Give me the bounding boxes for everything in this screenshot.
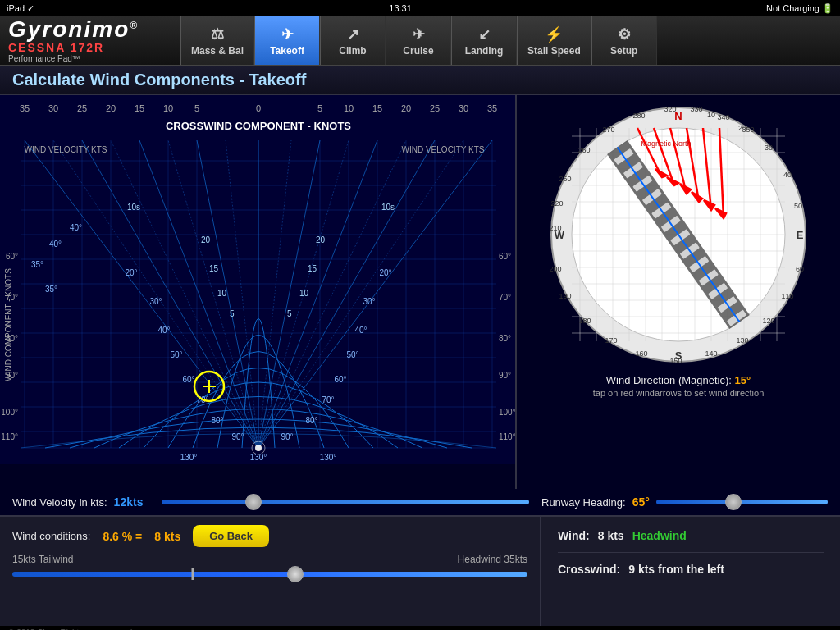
svg-text:80°: 80° (499, 334, 511, 343)
tab-landing[interactable]: ↙ Landing (451, 16, 517, 65)
tab-cruise[interactable]: ✈ Cruise (386, 16, 451, 65)
svg-text:160: 160 (635, 349, 647, 358)
velocity-label: Wind Velocity in kts: (12, 496, 107, 509)
bottom-panels: Wind conditions: 8.6 % = 8 kts Go Back 1… (0, 515, 840, 626)
climb-icon: ↗ (347, 25, 359, 43)
svg-text:80°: 80° (211, 416, 223, 425)
main-content: 35 30 25 20 15 10 5 0 5 10 15 20 25 30 3… (0, 95, 840, 489)
svg-text:50°: 50° (170, 350, 182, 359)
svg-text:80°: 80° (305, 416, 317, 425)
tab-takeoff[interactable]: ✈ Takeoff (254, 16, 320, 65)
svg-text:110: 110 (781, 292, 793, 300)
conditions-label: Wind conditions: (12, 530, 90, 542)
tab-climb[interactable]: ↗ Climb (320, 16, 386, 65)
svg-text:30: 30 (765, 144, 773, 152)
svg-text:260: 260 (578, 146, 590, 154)
stall-speed-icon: ⚡ (545, 25, 563, 43)
svg-text:30: 30 (459, 103, 468, 113)
go-back-button[interactable]: Go Back (193, 525, 269, 547)
svg-text:60°: 60° (334, 375, 346, 384)
svg-text:WIND VELOCITY KTS: WIND VELOCITY KTS (25, 145, 107, 154)
tab-mass-bal[interactable]: ⚖ Mass & Bal (180, 16, 254, 65)
battery-label: Not Charging 🔋 (766, 3, 833, 14)
svg-text:280: 280 (632, 112, 645, 120)
wind-result-type: Headwind (632, 529, 687, 542)
sliders-area: Wind Velocity in kts: 12kts Runway Headi… (0, 489, 840, 515)
svg-text:40°: 40° (158, 326, 170, 335)
svg-text:35°: 35° (31, 260, 43, 269)
svg-text:20: 20 (401, 103, 411, 113)
wind-result-value: 8 kts (598, 529, 624, 542)
svg-text:150: 150 (669, 357, 682, 365)
wind-result-label: Wind: (558, 529, 590, 542)
svg-text:110°: 110° (499, 432, 516, 441)
svg-text:25: 25 (430, 103, 440, 113)
conditions-slider-track[interactable] (12, 572, 527, 577)
page-title: Calculate Wind Components - Takeoff (12, 71, 306, 89)
tab-stall-speed[interactable]: ⚡ Stall Speed (517, 16, 591, 65)
logo-subtitle: Performance Pad™ (8, 54, 139, 63)
wind-chart[interactable]: 35 30 25 20 15 10 5 0 5 10 15 20 25 30 3… (0, 95, 517, 489)
runway-slider-track[interactable] (656, 500, 828, 504)
mass-bal-icon: ⚖ (211, 25, 224, 43)
tap-instruction: tap on red windarrows to set wind direct… (593, 388, 765, 398)
svg-text:90°: 90° (499, 371, 511, 380)
logo-model: CESSNA 172R (8, 41, 139, 54)
runway-heading-label: Runway Heading: (541, 496, 626, 509)
svg-text:10s: 10s (381, 203, 395, 212)
svg-text:70°: 70° (499, 293, 511, 302)
svg-text:10: 10 (707, 111, 715, 119)
svg-text:5: 5 (287, 309, 292, 318)
svg-text:50: 50 (794, 202, 802, 210)
device-label: iPad ✓ (7, 3, 34, 14)
logo-brand: Gyronimo® (8, 18, 139, 41)
svg-text:15: 15 (308, 264, 317, 273)
svg-text:CROSSWIND COMPONENT - KNOTS: CROSSWIND COMPONENT - KNOTS (166, 120, 351, 132)
svg-text:80°: 80° (6, 334, 18, 343)
svg-text:180: 180 (578, 317, 591, 325)
svg-text:20°: 20° (125, 268, 137, 277)
svg-text:50°: 50° (346, 350, 358, 359)
svg-text:E: E (797, 229, 804, 241)
svg-text:60°: 60° (182, 375, 194, 384)
svg-text:10: 10 (163, 103, 173, 113)
svg-text:210: 210 (549, 224, 561, 232)
velocity-slider-thumb[interactable] (245, 494, 262, 510)
footer: © 2013 Claus Richter, www.gyronimosystem… (0, 626, 840, 630)
svg-text:60°: 60° (499, 252, 511, 261)
nav-bar: Gyronimo® CESSNA 172R Performance Pad™ ⚖… (0, 16, 840, 66)
svg-text:30°: 30° (363, 297, 375, 306)
tab-setup[interactable]: ⚙ Setup (591, 16, 657, 65)
svg-text:35: 35 (487, 103, 497, 113)
velocity-slider-track[interactable] (162, 500, 529, 504)
results-panel: Wind: 8 kts Headwind Crosswind: 9 kts fr… (541, 517, 840, 626)
svg-text:130°: 130° (180, 453, 198, 462)
svg-text:15: 15 (135, 103, 144, 113)
compass-svg[interactable]: N S E W 10 20 30 40 50 60 110 120 130 14… (543, 99, 814, 370)
cruise-icon: ✈ (413, 25, 425, 43)
conditions-slider-thumb[interactable] (287, 566, 304, 582)
status-bar: iPad ✓ 13:31 Not Charging 🔋 (0, 0, 840, 16)
runway-slider-thumb[interactable] (725, 494, 742, 510)
svg-text:40: 40 (783, 171, 792, 179)
svg-text:35°: 35° (45, 285, 57, 294)
landing-icon: ↙ (478, 25, 491, 43)
logo-area: Gyronimo® CESSNA 172R Performance Pad™ (0, 16, 180, 65)
svg-text:WIND COMPONENT - KNOTS: WIND COMPONENT - KNOTS (4, 268, 13, 381)
svg-text:0: 0 (256, 103, 261, 113)
svg-text:140: 140 (705, 349, 717, 358)
svg-text:WIND VELOCITY KTS: WIND VELOCITY KTS (402, 145, 485, 154)
svg-text:15: 15 (372, 103, 382, 113)
crosswind-value: 9 kts from the left (628, 563, 724, 576)
svg-text:20°: 20° (379, 268, 391, 277)
page-header: Calculate Wind Components - Takeoff (0, 66, 840, 95)
svg-text:100°: 100° (499, 408, 516, 417)
svg-text:20: 20 (316, 235, 326, 244)
runway-heading-value: 65° (632, 495, 650, 509)
svg-text:90°: 90° (6, 371, 18, 380)
svg-point-97 (255, 445, 262, 451)
svg-text:320: 320 (664, 105, 676, 113)
svg-text:90°: 90° (231, 432, 244, 441)
svg-text:15: 15 (209, 264, 219, 273)
svg-text:100°: 100° (1, 408, 18, 417)
